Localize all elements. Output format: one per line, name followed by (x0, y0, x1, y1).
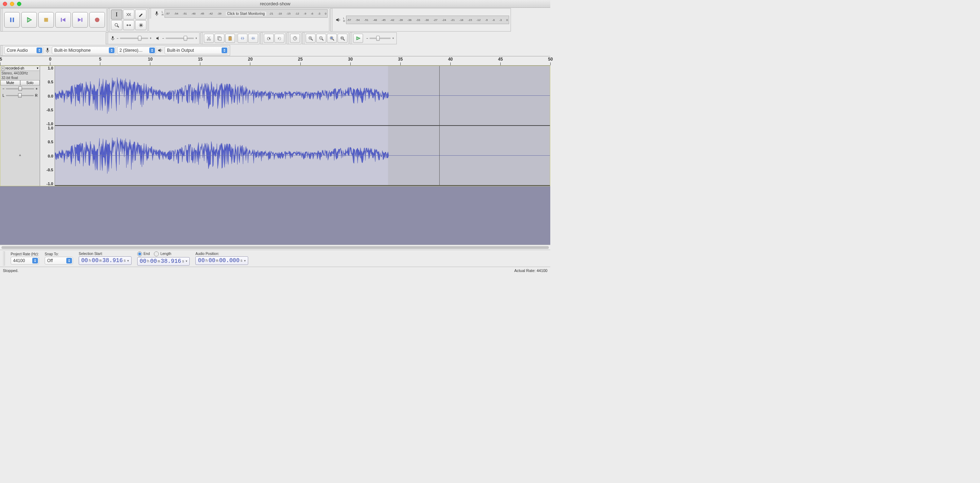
horizontal-scrollbar[interactable] (0, 245, 550, 250)
playback-meter[interactable]: -57-54-51-48-45-42-39-36-33-30-27-24-21-… (346, 16, 509, 24)
paste-button[interactable] (225, 34, 235, 43)
window-controls (3, 2, 21, 6)
svg-rect-24 (229, 37, 232, 40)
gain-slider[interactable]: − + (0, 86, 40, 92)
play-cursor (439, 66, 440, 186)
fit-selection-button[interactable] (327, 34, 337, 43)
mute-button[interactable]: Mute (0, 80, 20, 86)
playback-device-select[interactable]: Built-in Output (164, 46, 228, 54)
ibeam-icon: I (116, 11, 117, 18)
solo-button[interactable]: Solo (20, 80, 40, 86)
svg-point-19 (209, 39, 211, 40)
record-button[interactable] (89, 12, 105, 28)
track-collapse-button[interactable]: ▲ (0, 152, 40, 158)
draw-tool[interactable] (135, 10, 146, 19)
audio-host-select[interactable]: Core Audio (4, 46, 43, 54)
toolbar-row-1: I ✳ LR -57-54-51-48-45-42-39-36-33-30-27… (0, 8, 550, 56)
track-name[interactable]: recorded-sh (5, 66, 36, 70)
zoom-in-button[interactable] (305, 34, 315, 43)
skip-start-icon (60, 17, 66, 23)
zoom-out-button[interactable] (316, 34, 326, 43)
project-rate-select[interactable]: 44100 (11, 257, 39, 265)
svg-line-43 (343, 39, 345, 40)
selection-toolbar: Project Rate (Hz): 44100 Snap To: Off Se… (0, 250, 550, 267)
svg-line-10 (117, 26, 119, 27)
skip-start-button[interactable] (55, 12, 71, 28)
skip-end-button[interactable] (72, 12, 88, 28)
pause-button[interactable] (4, 12, 20, 28)
sync-lock-button[interactable] (290, 34, 300, 43)
svg-marker-5 (62, 18, 65, 22)
recording-channels-select[interactable]: 2 (Stereo)… (117, 46, 156, 54)
channel-right[interactable] (55, 126, 550, 186)
recording-volume-slider[interactable] (120, 38, 148, 39)
microphone-icon (45, 48, 50, 53)
fit-proj-icon (340, 36, 345, 41)
pan-slider[interactable]: L R (0, 92, 40, 99)
copy-icon (217, 36, 222, 41)
empty-track-area[interactable] (0, 186, 550, 245)
playback-speed-slider[interactable] (369, 38, 391, 39)
svg-marker-49 (158, 49, 161, 52)
svg-line-40 (332, 39, 334, 40)
speaker-meter-icon[interactable] (334, 17, 342, 23)
track-menu-button[interactable]: ▼ (36, 67, 39, 70)
svg-rect-48 (47, 48, 48, 51)
selection-tool[interactable]: I (111, 10, 123, 19)
svg-marker-15 (336, 18, 339, 22)
playback-meter-toolbar: LR -57-54-51-48-45-42-39-36-33-30-27-24-… (330, 8, 511, 32)
undo-button[interactable] (264, 34, 274, 43)
pause-icon (9, 17, 15, 23)
undo-icon (266, 36, 271, 41)
mic-meter-icon[interactable] (153, 11, 161, 16)
close-window-button[interactable] (3, 2, 7, 6)
copy-button[interactable] (215, 34, 224, 43)
selection-end-time[interactable]: 00h 00m 38.916s▼ (137, 257, 190, 266)
recording-device-select[interactable]: Built-in Microphone (52, 46, 116, 54)
trim-button[interactable] (237, 34, 248, 43)
playback-volume-slider[interactable] (165, 38, 194, 39)
play-button[interactable] (21, 12, 37, 28)
grip[interactable] (3, 252, 5, 266)
speaker-icon (336, 17, 341, 23)
svg-marker-46 (342, 37, 343, 39)
tools-toolbar: I ✳ (107, 8, 148, 32)
timeshift-tool[interactable] (123, 20, 134, 30)
play-at-speed-button[interactable] (353, 34, 363, 43)
channel-left[interactable] (55, 66, 550, 126)
zoom-window-button[interactable] (17, 2, 21, 6)
fit-project-button[interactable] (337, 34, 347, 43)
microphone-icon (154, 11, 159, 16)
speaker-icon (158, 48, 163, 53)
cut-button[interactable] (204, 34, 214, 43)
play-icon (26, 17, 32, 23)
snap-to-label: Snap To: (45, 252, 73, 256)
track-close-button[interactable]: × (1, 67, 5, 70)
snap-to-select[interactable]: Off (45, 257, 73, 265)
device-toolbar: Core Audio Built-in Microphone 2 (Stereo… (0, 45, 230, 56)
stop-button[interactable] (38, 12, 54, 28)
silence-button[interactable] (248, 34, 258, 43)
fit-sel-icon (329, 36, 334, 41)
length-radio[interactable] (154, 252, 159, 257)
audio-position-time[interactable]: 00h 00m 00.000s▼ (196, 257, 248, 265)
redo-button[interactable] (274, 34, 284, 43)
svg-line-37 (322, 39, 323, 40)
waveform-channels[interactable] (55, 66, 550, 186)
timeline-ruler[interactable]: -505101520253035404550 (0, 56, 550, 65)
window-title: recorded-show (260, 1, 290, 6)
minimize-window-button[interactable] (10, 2, 14, 6)
recording-meter-toolbar: LR -57-54-51-48-45-42-39-36-33-30-27-24-… (149, 8, 329, 32)
selection-start-time[interactable]: 00h 00m 38.916s▼ (79, 257, 132, 265)
recording-meter[interactable]: -57-54-51-48-45-42-39-36-33-30-27-24-21-… (164, 9, 328, 18)
magnifier-icon (114, 22, 119, 28)
zoom-tool[interactable] (111, 20, 123, 30)
envelope-tool[interactable] (123, 10, 134, 19)
svg-line-33 (311, 39, 313, 40)
svg-marker-17 (156, 37, 159, 40)
speaker-icon (156, 36, 161, 41)
end-radio[interactable] (137, 252, 142, 257)
transport-toolbar (0, 8, 107, 32)
multi-tool[interactable]: ✳ (135, 20, 146, 30)
svg-line-21 (207, 37, 210, 39)
